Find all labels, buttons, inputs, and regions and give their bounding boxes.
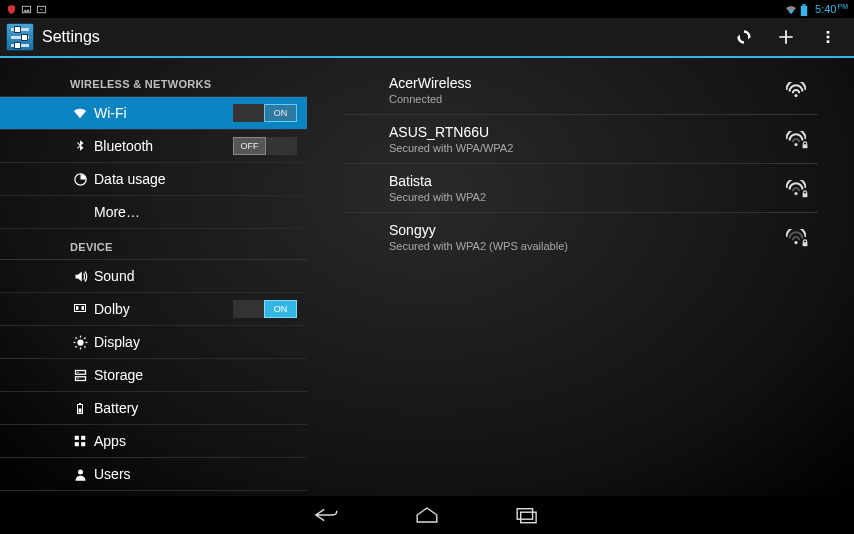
- svg-rect-27: [75, 442, 79, 446]
- svg-rect-38: [521, 512, 536, 523]
- svg-point-21: [77, 378, 78, 379]
- svg-line-16: [75, 346, 76, 347]
- svg-line-14: [75, 337, 76, 338]
- svg-rect-23: [79, 403, 81, 405]
- network-name: Songyy: [389, 222, 568, 238]
- sidebar-item-label: Users: [94, 466, 131, 482]
- wifi-network-list[interactable]: AcerWirelessConnectedASUS_RTN66USecured …: [307, 58, 854, 496]
- wifi-signal-icon: [786, 229, 806, 245]
- settings-sidebar[interactable]: WIRELESS & NETWORKSWi-FiONBluetoothOFFDa…: [0, 58, 307, 496]
- picture-icon: [21, 4, 32, 15]
- wifi-network-row[interactable]: AcerWirelessConnected: [343, 66, 818, 115]
- network-status: Secured with WPA2: [389, 191, 486, 203]
- wifi-signal-icon: [786, 82, 806, 98]
- wifi-network-row[interactable]: BatistaSecured with WPA2: [343, 164, 818, 213]
- users-icon: [72, 466, 88, 482]
- add-network-icon[interactable]: [776, 27, 796, 47]
- sidebar-item-display[interactable]: Display: [0, 326, 307, 359]
- status-time: 5:40PM: [815, 3, 848, 15]
- battery-status-icon: [800, 4, 811, 15]
- back-button[interactable]: [313, 505, 341, 525]
- sidebar-item-label: More…: [94, 204, 140, 220]
- storage-icon: [72, 367, 88, 383]
- sidebar-item-wi-fi[interactable]: Wi-FiON: [0, 97, 307, 130]
- sidebar-item-label: Battery: [94, 400, 138, 416]
- svg-rect-34: [803, 193, 808, 197]
- navigation-bar: [0, 496, 854, 534]
- svg-rect-24: [79, 408, 82, 412]
- sidebar-item-users[interactable]: Users: [0, 458, 307, 491]
- svg-rect-6: [827, 40, 830, 43]
- sidebar-item-label: Bluetooth: [94, 138, 153, 154]
- toggle-switch[interactable]: ON: [233, 104, 297, 122]
- network-status: Secured with WPA/WPA2: [389, 142, 513, 154]
- svg-point-9: [77, 339, 83, 345]
- data-icon: [72, 171, 88, 187]
- svg-point-31: [794, 143, 797, 146]
- section-header: DEVICE: [0, 229, 307, 260]
- sidebar-item-sound[interactable]: Sound: [0, 260, 307, 293]
- download-icon: [36, 4, 47, 15]
- network-status: Connected: [389, 93, 471, 105]
- refresh-icon[interactable]: [734, 27, 754, 47]
- sidebar-item-label: Sound: [94, 268, 134, 284]
- svg-rect-37: [517, 509, 532, 520]
- sidebar-item-apps[interactable]: Apps: [0, 425, 307, 458]
- sidebar-item-data-usage[interactable]: Data usage: [0, 163, 307, 196]
- sidebar-item-label: Apps: [94, 433, 126, 449]
- network-name: AcerWireless: [389, 75, 471, 91]
- network-name: Batista: [389, 173, 486, 189]
- svg-point-20: [77, 371, 78, 372]
- svg-rect-32: [803, 144, 808, 148]
- network-status: Secured with WPA2 (WPS available): [389, 240, 568, 252]
- svg-rect-3: [802, 4, 805, 6]
- section-header: PERSONAL: [0, 491, 307, 496]
- svg-rect-2: [801, 5, 807, 15]
- svg-rect-26: [81, 436, 85, 440]
- shield-icon: [6, 4, 17, 15]
- sidebar-item-battery[interactable]: Battery: [0, 392, 307, 425]
- recent-apps-button[interactable]: [513, 505, 541, 525]
- svg-rect-25: [75, 436, 79, 440]
- wifi-icon: [72, 105, 88, 121]
- svg-rect-5: [827, 36, 830, 39]
- dolby-icon: [72, 301, 88, 317]
- sidebar-item-dolby[interactable]: DolbyON: [0, 293, 307, 326]
- sound-icon: [72, 268, 88, 284]
- wifi-signal-icon: [786, 180, 806, 196]
- sidebar-item-label: Storage: [94, 367, 143, 383]
- overflow-menu-icon[interactable]: [818, 27, 838, 47]
- svg-rect-4: [827, 31, 830, 34]
- section-header: WIRELESS & NETWORKS: [0, 66, 307, 97]
- wifi-status-icon: [785, 4, 796, 15]
- apps-icon: [72, 433, 88, 449]
- sidebar-item-more[interactable]: More…: [0, 196, 307, 229]
- sidebar-item-label: Display: [94, 334, 140, 350]
- sidebar-item-label: Dolby: [94, 301, 130, 317]
- home-button[interactable]: [413, 505, 441, 525]
- sidebar-item-storage[interactable]: Storage: [0, 359, 307, 392]
- bluetooth-icon: [72, 138, 88, 154]
- svg-point-29: [78, 469, 83, 474]
- settings-app-icon[interactable]: [6, 23, 34, 51]
- battery-icon: [72, 400, 88, 416]
- wifi-signal-icon: [786, 131, 806, 147]
- toggle-switch[interactable]: OFF: [233, 137, 297, 155]
- svg-rect-28: [81, 442, 85, 446]
- svg-line-17: [84, 337, 85, 338]
- toggle-switch[interactable]: ON: [233, 300, 297, 318]
- svg-line-15: [84, 346, 85, 347]
- status-system: 5:40PM: [785, 3, 848, 15]
- display-icon: [72, 334, 88, 350]
- wifi-network-row[interactable]: SongyySecured with WPA2 (WPS available): [343, 213, 818, 261]
- svg-point-30: [794, 94, 797, 97]
- wifi-network-row[interactable]: ASUS_RTN66USecured with WPA/WPA2: [343, 115, 818, 164]
- sidebar-item-bluetooth[interactable]: BluetoothOFF: [0, 130, 307, 163]
- svg-point-33: [794, 192, 797, 195]
- svg-rect-18: [75, 370, 85, 374]
- content-area: WIRELESS & NETWORKSWi-FiONBluetoothOFFDa…: [0, 58, 854, 496]
- action-bar: Settings: [0, 18, 854, 58]
- page-title: Settings: [42, 28, 726, 46]
- status-bar: 5:40PM: [0, 0, 854, 18]
- blank-icon: [72, 204, 88, 220]
